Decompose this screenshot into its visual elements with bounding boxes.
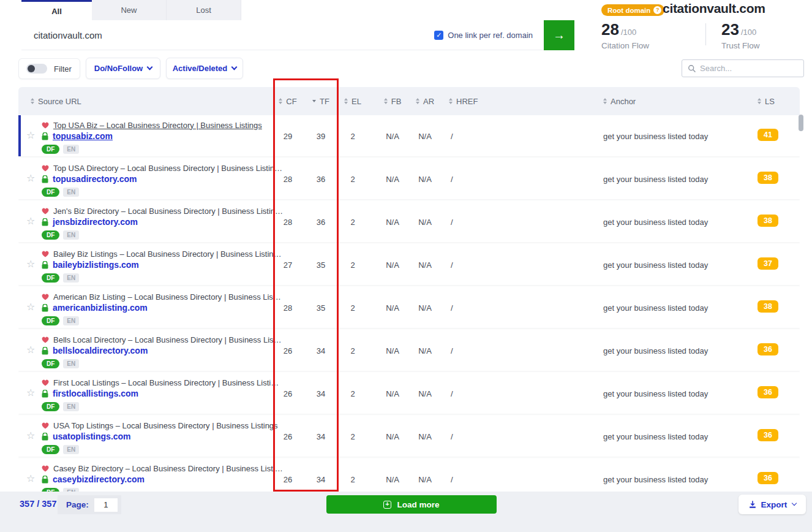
table-row[interactable]: ☆ American Biz Listing – Local Business … bbox=[18, 287, 800, 328]
favorite-star-icon[interactable]: ☆ bbox=[26, 344, 35, 355]
fb-value: N/A bbox=[374, 132, 411, 141]
source-cell: First Local Listings – Local Business Di… bbox=[42, 378, 279, 411]
one-link-option[interactable]: One link per ref. domain bbox=[434, 31, 533, 40]
heart-icon bbox=[42, 422, 49, 429]
search-submit-button[interactable]: → bbox=[544, 20, 574, 50]
column-header-fb[interactable]: FB bbox=[374, 87, 411, 115]
favorite-star-icon[interactable]: ☆ bbox=[26, 473, 35, 484]
table-row[interactable]: ☆ First Local Listings – Local Business … bbox=[18, 373, 800, 414]
table-row[interactable]: ☆ USA Top Listings – Local Business Dire… bbox=[18, 416, 800, 457]
source-domain-link[interactable]: firstlocallistings.com bbox=[53, 389, 138, 398]
source-page-title[interactable]: First Local Listings – Local Business Di… bbox=[53, 378, 279, 387]
href-value: / bbox=[451, 432, 453, 441]
tab-new[interactable]: New bbox=[92, 0, 167, 20]
favorite-star-icon[interactable]: ☆ bbox=[26, 387, 35, 398]
heart-icon bbox=[42, 251, 49, 257]
search-icon bbox=[688, 64, 696, 73]
column-header-ar[interactable]: AR bbox=[407, 87, 443, 115]
dofollow-badge: DF bbox=[42, 230, 59, 240]
dofollow-badge: DF bbox=[42, 145, 59, 154]
filter-toggle[interactable] bbox=[26, 64, 47, 74]
href-value: / bbox=[451, 132, 453, 141]
export-button[interactable]: Export bbox=[739, 495, 806, 514]
citation-flow-max: /100 bbox=[621, 28, 636, 37]
column-header-el[interactable]: EL bbox=[334, 87, 371, 115]
ls-cell: 36 bbox=[751, 343, 785, 355]
favorite-star-icon[interactable]: ☆ bbox=[26, 129, 35, 141]
source-domain-link[interactable]: topusadirectory.com bbox=[53, 174, 137, 184]
heart-icon bbox=[42, 465, 49, 472]
href-value: / bbox=[451, 475, 453, 484]
table-row[interactable]: ☆ Jen's Biz Directory – Local Business D… bbox=[18, 201, 800, 242]
source-page-title[interactable]: Bailey Biz Listings – Local Business Dir… bbox=[53, 249, 282, 259]
source-page-title[interactable]: Bells Local Directory – Local Business D… bbox=[53, 335, 282, 344]
source-domain-link[interactable]: jensbizdirectory.com bbox=[53, 217, 138, 227]
active-deleted-filter-dropdown[interactable]: Active/Deleted bbox=[166, 58, 243, 79]
active-deleted-filter-label: Active/Deleted bbox=[173, 64, 228, 73]
source-page-title[interactable]: Top USA Biz – Local Business Directory |… bbox=[53, 121, 262, 130]
dofollow-badge: DF bbox=[42, 316, 59, 325]
link-strength-badge: 37 bbox=[757, 257, 778, 270]
page-label: Page: bbox=[66, 500, 89, 509]
heart-icon bbox=[42, 208, 49, 215]
column-header-anchor[interactable]: Anchor bbox=[603, 87, 636, 115]
tab-all[interactable]: All bbox=[21, 0, 92, 20]
link-strength-badge: 38 bbox=[757, 215, 778, 227]
lock-icon bbox=[42, 476, 48, 484]
load-more-button[interactable]: Load more bbox=[326, 495, 497, 514]
language-badge: EN bbox=[63, 359, 79, 368]
source-page-title[interactable]: USA Top Listings – Local Business Direct… bbox=[53, 421, 278, 430]
source-domain-link[interactable]: usatoplistings.com bbox=[53, 431, 131, 441]
source-page-title[interactable]: Top USA Directory – Local Business Direc… bbox=[53, 164, 282, 173]
column-header-href[interactable]: HREF bbox=[449, 87, 478, 115]
sort-icon bbox=[416, 98, 419, 104]
language-badge: EN bbox=[63, 316, 79, 325]
favorite-star-icon[interactable]: ☆ bbox=[26, 215, 35, 227]
red-highlight-rectangle bbox=[273, 78, 339, 492]
table-row[interactable]: ☆ Bells Local Directory – Local Business… bbox=[18, 330, 800, 371]
table-row[interactable]: ☆ Top USA Biz – Local Business Directory… bbox=[18, 115, 800, 156]
table-search-input[interactable] bbox=[700, 64, 792, 73]
language-badge: EN bbox=[63, 273, 79, 283]
sort-icon bbox=[449, 98, 453, 104]
favorite-star-icon[interactable]: ☆ bbox=[26, 430, 35, 441]
anchor-text: get your business listed today bbox=[603, 132, 708, 141]
root-domain-badge-label: Root domain bbox=[607, 7, 650, 14]
source-page-title[interactable]: American Biz Listing – Local Business Di… bbox=[53, 292, 281, 302]
column-header-ls[interactable]: LS bbox=[751, 87, 781, 115]
favorite-star-icon[interactable]: ☆ bbox=[26, 301, 35, 313]
favorite-star-icon[interactable]: ☆ bbox=[26, 172, 35, 184]
ar-value: N/A bbox=[407, 132, 443, 141]
source-page-title[interactable]: Jen's Biz Directory – Local Business Dir… bbox=[53, 207, 283, 216]
page-number-input[interactable] bbox=[94, 498, 118, 512]
href-value: / bbox=[451, 346, 453, 355]
checkbox-checked-icon[interactable] bbox=[434, 31, 443, 40]
chevron-down-icon bbox=[231, 64, 238, 70]
ar-value: N/A bbox=[407, 260, 443, 270]
info-icon[interactable]: ? bbox=[653, 6, 661, 14]
source-domain-link[interactable]: topusabiz.com bbox=[53, 131, 113, 141]
table-row[interactable]: ☆ Top USA Directory – Local Business Dir… bbox=[18, 158, 800, 199]
ar-value: N/A bbox=[407, 432, 443, 441]
dofollow-filter-dropdown[interactable]: Do/NoFollow bbox=[86, 58, 160, 79]
ar-value: N/A bbox=[407, 218, 443, 227]
tab-lost[interactable]: Lost bbox=[167, 0, 241, 20]
domain-query-input[interactable] bbox=[21, 30, 434, 40]
ls-cell: 37 bbox=[751, 257, 785, 270]
source-domain-link[interactable]: caseybizdirectory.com bbox=[53, 474, 145, 484]
favorite-star-icon[interactable]: ☆ bbox=[26, 258, 35, 270]
source-page-title[interactable]: Casey Biz Directory – Local Business Dir… bbox=[53, 464, 283, 473]
link-strength-badge: 38 bbox=[757, 300, 778, 313]
source-domain-link[interactable]: bellslocaldirectory.com bbox=[53, 346, 148, 355]
vertical-scrollbar-thumb[interactable] bbox=[799, 115, 803, 131]
source-domain-link[interactable]: baileybizlistings.com bbox=[53, 260, 139, 270]
table-row[interactable]: ☆ Casey Biz Directory – Local Business D… bbox=[18, 458, 800, 492]
heart-icon bbox=[42, 165, 49, 172]
table-row[interactable]: ☆ Bailey Biz Listings – Local Business D… bbox=[18, 244, 800, 285]
source-domain-link[interactable]: americanbizlisting.com bbox=[53, 303, 148, 313]
fb-value: N/A bbox=[374, 346, 411, 355]
link-strength-badge: 36 bbox=[757, 472, 778, 484]
sort-icon bbox=[384, 98, 388, 104]
column-header-source-url[interactable]: Source URL bbox=[31, 87, 81, 115]
heart-icon bbox=[42, 379, 49, 386]
